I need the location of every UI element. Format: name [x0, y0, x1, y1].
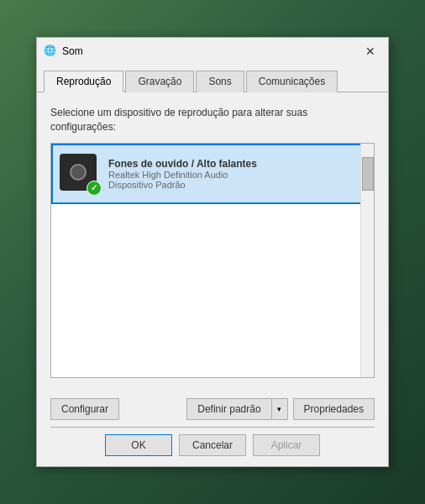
set-default-arrow-button[interactable]: ▾: [271, 398, 288, 420]
scrollbar-thumb[interactable]: [362, 157, 374, 191]
ok-button[interactable]: OK: [105, 434, 172, 456]
main-content: Selecione um dispositivo de reprodução p…: [37, 92, 388, 391]
device-info: Fones de ouvido / Alto falantes Realtek …: [108, 158, 365, 190]
tab-bar: Reprodução Gravação Sons Comunicações: [37, 65, 388, 92]
description-text: Selecione um dispositivo de reprodução p…: [50, 106, 375, 134]
tab-reproducao[interactable]: Reprodução: [44, 71, 123, 92]
set-default-button[interactable]: Definir padrão: [186, 398, 270, 420]
dialog-window: 🌐 Som ✕ Reprodução Gravação Sons Comunic…: [36, 37, 389, 467]
window-title: Som: [62, 45, 359, 57]
bottom-buttons: Configurar Definir padrão ▾ Propriedades: [37, 391, 388, 427]
tab-sons[interactable]: Sons: [196, 71, 244, 92]
device-item-headphones[interactable]: Fones de ouvido / Alto falantes Realtek …: [51, 144, 374, 204]
tab-comunicacoes[interactable]: Comunicações: [246, 71, 338, 92]
speaker-cone: [70, 164, 87, 181]
window-icon: 🌐: [44, 45, 57, 58]
configure-button[interactable]: Configurar: [50, 398, 119, 420]
apply-button[interactable]: Aplicar: [253, 434, 320, 456]
scrollbar[interactable]: [360, 144, 374, 377]
close-button[interactable]: ✕: [359, 42, 381, 60]
device-list[interactable]: Fones de ouvido / Alto falantes Realtek …: [50, 143, 375, 378]
cancel-button[interactable]: Cancelar: [179, 434, 246, 456]
default-check-badge: [87, 181, 102, 196]
set-default-split: Definir padrão ▾: [186, 398, 287, 420]
title-bar: 🌐 Som ✕: [37, 38, 388, 65]
device-name: Fones de ouvido / Alto falantes: [108, 158, 365, 170]
device-driver: Realtek High Definition Audio: [108, 170, 365, 180]
tab-gravacao[interactable]: Gravação: [125, 71, 194, 92]
action-buttons: OK Cancelar Aplicar: [37, 428, 388, 466]
properties-button[interactable]: Propriedades: [293, 398, 375, 420]
device-status: Dispositivo Padrão: [108, 180, 365, 190]
device-icon-container: [60, 154, 100, 194]
